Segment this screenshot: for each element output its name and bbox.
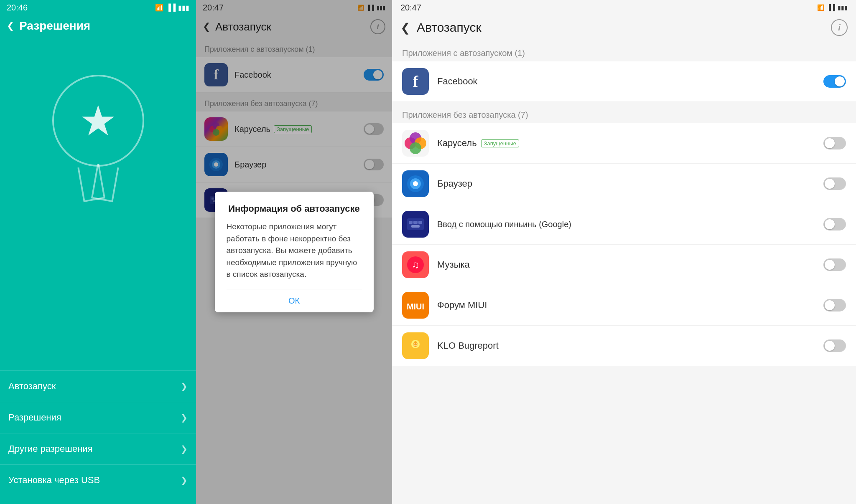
menu-item-autostart[interactable]: Автозапуск ❯ [0,370,196,402]
svg-rect-22 [418,221,422,224]
menu-label-autostart: Автозапуск [8,381,56,392]
browser-name-3: Браузер [437,178,815,189]
chevron-icon-permissions: ❯ [181,413,188,423]
app-item-facebook-3: f Facebook [392,61,856,102]
running-badge-3: Запущенные [481,139,519,147]
chevron-icon-usb: ❯ [181,475,188,485]
music-toggle-3[interactable] [823,258,846,271]
status-icons-1: 📶 ▐▐ ▮▮▮ [155,4,189,12]
signal-icon: ▐▐ [166,4,176,11]
svg-rect-20 [409,221,413,224]
section-header-autostart-3: Приложения с автозапуском (1) [392,40,856,61]
miui-icon-3: MIUI [402,292,429,319]
dialog-ok-button[interactable]: ОК [227,289,362,312]
app-item-browser-3: Браузер [392,164,856,204]
page-title-3: Автозапуск [417,20,482,35]
app-item-miui-3: MIUI Форум MIUI [392,285,856,326]
info-button-3[interactable]: i [831,19,848,36]
browser-toggle-3[interactable] [823,177,846,190]
svg-text:♫: ♫ [412,259,419,270]
karusel-icon-3 [402,130,429,157]
svg-text:MIUI: MIUI [407,302,424,311]
permissions-menu: Автозапуск ❯ Разрешения ❯ Другие разреше… [0,220,196,504]
panel1-header: ❮ Разрешения [0,15,196,37]
svg-rect-21 [413,221,418,224]
wifi-icon: 📶 [155,4,163,12]
panel3-header: ❮ Автозапуск i [392,15,856,40]
menu-item-other[interactable]: Другие разрешения ❯ [0,433,196,464]
chevron-icon-other: ❯ [181,444,188,454]
pinyin-icon-3 [402,211,429,238]
wifi-icon-3: 📶 [817,4,824,11]
medal-ribbon [69,166,127,191]
svg-point-15 [410,142,421,154]
menu-label-other: Другие разрешения [8,443,93,454]
menu-label-usb: Установка через USB [8,475,100,486]
svg-text:☺: ☺ [413,341,418,347]
no-autostart-apps-3: Карусель Запущенные Браузер [392,123,856,366]
medal-graphic: ★ [52,75,144,191]
dialog-overlay: Информация об автозапуске Некоторые прил… [196,0,392,504]
miui-toggle-3[interactable] [823,299,846,312]
fb-letter-3: f [413,72,418,91]
status-bar-1: 20:46 📶 ▐▐ ▮▮▮ [0,0,196,15]
app-item-music-3: ♫ Музыка [392,245,856,285]
section-header-no-autostart-3: Приложения без автозапуска (7) [392,102,856,123]
miui-name-3: Форум MIUI [437,300,815,311]
page-title-1: Разрешения [19,19,90,33]
dialog-title: Информация об автозапуске [227,203,362,214]
app-item-pinyin-3: Ввод с помощью пиньинь (Google) [392,204,856,245]
svg-rect-23 [411,225,420,228]
panel3-header-left: ❮ Автозапуск [400,20,482,35]
panel3-content: Приложения с автозапуском (1) f Facebook… [392,40,856,504]
back-icon[interactable]: ❮ [7,20,14,31]
time-1: 20:46 [7,3,28,13]
klo-icon-3: ☺ [402,332,429,359]
panel-permissions: 20:46 📶 ▐▐ ▮▮▮ ❮ Разрешения ★ Автозапуск… [0,0,196,504]
dialog-body: Некоторые приложения могут работать в фо… [227,221,362,281]
autostart-apps-3: f Facebook [392,61,856,102]
music-icon-3: ♫ [402,251,429,278]
pinyin-toggle-3[interactable] [823,218,846,230]
chevron-icon-autostart: ❯ [181,381,188,391]
facebook-icon-3: f [402,68,429,95]
battery-icon-3: ▮▮▮ [838,4,848,11]
back-icon-3[interactable]: ❮ [400,21,410,35]
menu-item-permissions[interactable]: Разрешения ❯ [0,402,196,433]
klo-name-3: KLO Bugreport [437,340,815,351]
permissions-illustration: ★ [0,45,196,220]
signal-icon-3: ▐▐ [827,4,835,11]
browser-icon-3 [402,170,429,197]
klo-toggle-3[interactable] [823,339,846,352]
info-dialog: Информация об автозапуске Некоторые прил… [215,192,374,312]
music-name-3: Музыка [437,259,815,270]
time-3: 20:47 [400,3,421,13]
pinyin-name-3: Ввод с помощью пиньинь (Google) [437,220,815,229]
facebook-toggle-3[interactable] [823,75,846,88]
facebook-name-3: Facebook [437,76,815,87]
medal-circle: ★ [52,75,144,167]
star-icon: ★ [79,100,117,142]
app-item-karusel-3: Карусель Запущенные [392,123,856,164]
panel-autostart-dialog: 20:47 📶 ▐▐ ▮▮▮ ❮ Автозапуск i Приложения… [196,0,392,504]
menu-item-usb[interactable]: Установка через USB ❯ [0,464,196,496]
menu-label-permissions: Разрешения [8,412,61,423]
status-icons-3: 📶 ▐▐ ▮▮▮ [817,4,848,11]
panel-autostart-clean: 20:47 📶 ▐▐ ▮▮▮ ❮ Автозапуск i Приложения… [392,0,856,504]
status-bar-3: 20:47 📶 ▐▐ ▮▮▮ [392,0,856,15]
svg-point-18 [413,181,418,186]
karusel-toggle-3[interactable] [823,137,846,149]
karusel-name-3: Карусель Запущенные [437,138,815,149]
svg-rect-19 [407,218,424,230]
app-item-klo-3: ☺ KLO Bugreport [392,326,856,366]
battery-icon: ▮▮▮ [178,4,189,12]
